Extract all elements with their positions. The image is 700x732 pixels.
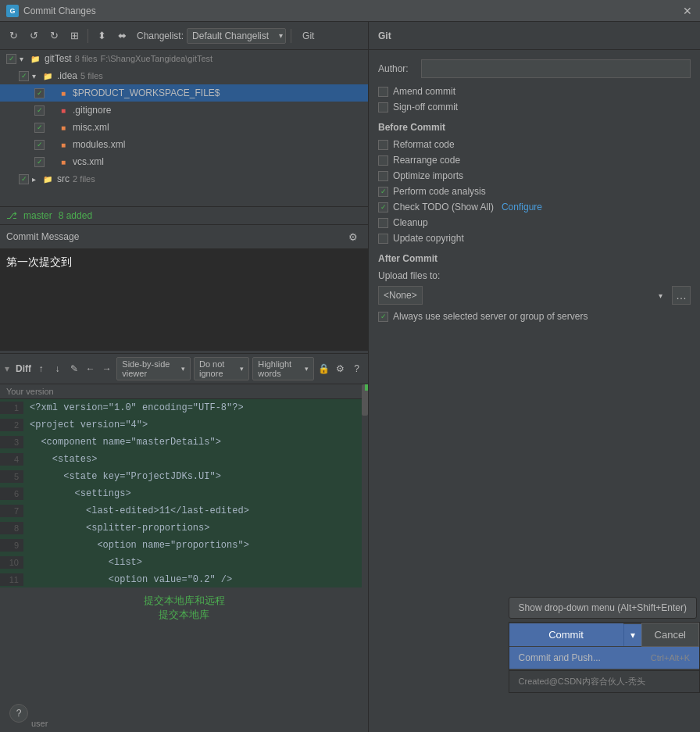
group-button[interactable]: ⊞ [66, 27, 83, 45]
tree-vcs[interactable]: ✓ ■ vcs.xml [0, 153, 368, 170]
rearrange-checkbox[interactable] [378, 155, 388, 166]
popup-divider [509, 670, 699, 671]
workspace-checkbox[interactable]: ✓ [34, 88, 45, 98]
move-button[interactable]: ⬍ [93, 27, 110, 45]
sort-button[interactable]: ⬌ [113, 27, 130, 45]
diff-line-2: 2 <project version="4"> [0, 416, 368, 434]
upload-label: Upload files to: [378, 270, 691, 281]
tree-gitignore[interactable]: ✓ ■ .gitignore [0, 102, 368, 119]
update-copyright-row[interactable]: Update copyright [378, 233, 691, 244]
diff-line-10: 10 <list> [0, 554, 368, 571]
root-arrow: ▾ [20, 55, 29, 63]
code-analysis-row[interactable]: Perform code analysis [378, 186, 691, 197]
vcs-checkbox[interactable]: ✓ [34, 157, 45, 167]
gitignore-checkbox[interactable]: ✓ [34, 105, 45, 116]
commit-button[interactable]: Commit [509, 623, 623, 646]
tree-misc[interactable]: ✓ ■ misc.xml [0, 119, 368, 136]
update-copyright-checkbox[interactable] [378, 234, 388, 244]
commit-and-push-shortcut: Ctrl+Alt+K [651, 653, 690, 662]
diff-viewer: Your version 1 <?xml version="1.0" encod… [0, 384, 368, 587]
always-use-checkbox[interactable] [378, 312, 388, 322]
code-analysis-label: Perform code analysis [393, 186, 486, 197]
check-todo-row[interactable]: Check TODO (Show All) Configure [378, 202, 691, 212]
commit-and-push-item[interactable]: Commit and Push... Ctrl+Alt+K [509, 647, 699, 669]
reformat-checkbox[interactable] [378, 140, 388, 150]
reformat-row[interactable]: Reformat code [378, 139, 691, 150]
status-bar: ⎇ master 8 added [0, 206, 368, 224]
author-row: Author: [378, 59, 691, 78]
refresh-button[interactable]: ↻ [5, 27, 22, 45]
commit-arrow-button[interactable]: ▾ [623, 624, 641, 646]
misc-checkbox[interactable]: ✓ [34, 123, 45, 133]
cleanup-checkbox[interactable] [378, 218, 388, 228]
tree-workspace-file[interactable]: ✓ ■ $PRODUCT_WORKSPACE_FILE$ [0, 84, 368, 102]
diff-edit-btn[interactable]: ✎ [67, 360, 80, 377]
author-input[interactable] [421, 59, 691, 78]
title-bar: G Commit Changes ✕ [0, 0, 700, 22]
lock-btn[interactable]: 🔒 [317, 360, 330, 377]
ignore-dropdown[interactable]: Do not ignore ▾ [194, 357, 249, 380]
cleanup-row[interactable]: Cleanup [378, 217, 691, 228]
amend-commit-row[interactable]: Amend commit [378, 86, 691, 97]
amend-commit-checkbox[interactable] [378, 87, 388, 97]
diff-forward-btn[interactable]: → [100, 360, 113, 377]
watermark: user [31, 718, 48, 729]
commit-and-push-label: Commit and Push... [519, 652, 601, 663]
tree-root[interactable]: ✓ ▾ 📁 gitTest 8 files F:\ShangXueTangide… [0, 50, 368, 67]
sign-off-row[interactable]: Sign-off commit [378, 102, 691, 112]
diff-header: ▾ Diff ↑ ↓ ✎ ← → Side-by-side viewer ▾ D… [0, 354, 368, 384]
right-content: Author: Amend commit Sign-off commit Bef… [369, 50, 700, 331]
rearrange-row[interactable]: Rearrange code [378, 155, 691, 166]
optimize-row[interactable]: Optimize imports [378, 170, 691, 181]
git-tab: Git [378, 30, 391, 41]
tree-src[interactable]: ✓ ▸ 📁 src 2 files [0, 170, 368, 187]
changelist-dropdown[interactable]: Default Changelist [187, 28, 286, 44]
redo-button[interactable]: ↻ [45, 27, 62, 45]
diff-back-btn[interactable]: ← [84, 360, 97, 377]
upload-select[interactable]: <None> [378, 286, 423, 305]
diff-collapse-arrow[interactable]: ▾ [5, 363, 9, 374]
commit-message-label: Commit Message [6, 231, 79, 242]
upload-select-wrapper[interactable]: <None> [378, 286, 667, 305]
idea-file-count: 5 files [80, 71, 103, 80]
hint-line2: 提交本地库 [9, 608, 359, 622]
src-checkbox[interactable]: ✓ [19, 174, 29, 184]
diff-settings-btn[interactable]: ⚙ [334, 360, 347, 377]
tree-idea-folder[interactable]: ✓ ▾ 📁 .idea 5 files [0, 67, 368, 84]
vcs-name: vcs.xml [73, 156, 104, 167]
diff-line-3: 3 <component name="masterDetails"> [0, 434, 368, 451]
cancel-button[interactable]: Cancel [641, 623, 699, 647]
hint-line1: 提交本地库和远程 [9, 594, 359, 608]
misc-name: misc.xml [73, 122, 109, 133]
commit-message-input[interactable]: 第一次提交到 [0, 249, 368, 351]
sign-off-checkbox[interactable] [378, 102, 388, 112]
changelist-label: Changelist: [137, 30, 184, 41]
close-button[interactable]: ✕ [681, 5, 694, 17]
changelist-dropdown-wrapper[interactable]: Default Changelist [187, 28, 286, 44]
help-button[interactable]: ? [9, 704, 28, 723]
root-folder-icon: 📁 [29, 52, 41, 65]
check-todo-checkbox[interactable] [378, 202, 388, 212]
side-by-side-dropdown[interactable]: Side-by-side viewer ▾ [116, 357, 191, 380]
root-checkbox[interactable]: ✓ [6, 54, 16, 64]
idea-name: .idea [57, 70, 77, 81]
configure-link[interactable]: Configure [502, 202, 542, 212]
diff-down-btn[interactable]: ↓ [51, 360, 64, 377]
optimize-checkbox[interactable] [378, 171, 388, 181]
tree-modules[interactable]: ✓ ■ modules.xml [0, 136, 368, 153]
diff-line-8: 8 <splitter-proportions> [0, 520, 368, 537]
highlight-dropdown[interactable]: Highlight words ▾ [252, 357, 314, 380]
diff-scrollbar[interactable] [362, 384, 368, 587]
commit-settings-btn[interactable]: ⚙ [345, 228, 362, 245]
upload-btn-dots[interactable]: … [672, 286, 691, 305]
diff-section: ▾ Diff ↑ ↓ ✎ ← → Side-by-side viewer ▾ D… [0, 353, 368, 587]
code-analysis-checkbox[interactable] [378, 187, 388, 197]
modules-checkbox[interactable]: ✓ [34, 140, 45, 150]
idea-checkbox[interactable]: ✓ [19, 71, 29, 81]
undo-button[interactable]: ↺ [25, 27, 42, 45]
branch-name: master [23, 210, 52, 221]
diff-up-btn[interactable]: ↑ [34, 360, 48, 377]
git-tab-label: Git [296, 22, 314, 50]
diff-help-btn[interactable]: ? [350, 360, 363, 377]
title-bar-text: Commit Changes [23, 5, 681, 16]
